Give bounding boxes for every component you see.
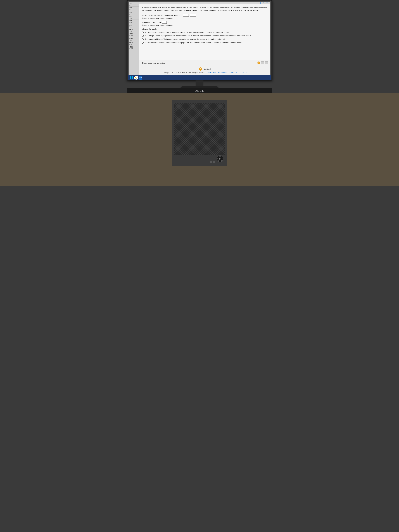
svg-point-6	[136, 77, 137, 78]
windows-icon	[130, 76, 133, 79]
next-button[interactable]: ►	[265, 62, 268, 64]
radio-group: A. With 99% confidence, it can be said t…	[142, 31, 268, 44]
question-help-link[interactable]: Question Help ▾	[260, 2, 269, 4]
footer-links: Copyright © 2021 Pearson Education Inc. …	[142, 72, 268, 74]
pearson-name: Pearson	[203, 68, 211, 70]
option-b[interactable]: B. If a large sample of people are taken…	[142, 35, 268, 37]
option-c-label: C. It can be said that 99% of people hav…	[145, 38, 225, 40]
main-content: Question Help ▾ In a random sample of 26…	[139, 2, 270, 75]
sidebar-item: 1/21 pm	[129, 2, 139, 6]
option-b-label: B. If a large sample of people are taken…	[145, 35, 252, 37]
sidebar: 1/21 pm 1/21 pm 1/21 pm 8/21 1pm 2/21 9p…	[129, 2, 139, 75]
radio-a[interactable]	[142, 32, 144, 33]
prev-button[interactable]: ◄	[261, 62, 264, 64]
screen: 1/21 pm 1/21 pm 1/21 pm 8/21 1pm 2/21 9p…	[128, 1, 271, 75]
svg-rect-3	[132, 78, 133, 79]
question-footer: Click to select your answer(s). ? ◄ ►	[139, 60, 270, 66]
interpret-label: Interpret the results.	[142, 28, 268, 30]
chrome-icon	[135, 76, 138, 79]
sidebar-item: 2/21 9pm	[129, 20, 139, 24]
sidebar-item: 8/21 1pm	[129, 15, 139, 20]
monitor-stand-neck	[196, 81, 203, 86]
option-a[interactable]: A. With 99% confidence, it can be said t…	[142, 31, 268, 33]
option-d-label: D. With 99% confidence, it can be said t…	[145, 42, 243, 44]
sidebar-item: 08/21 9pm	[129, 28, 139, 33]
sidebar-item: 08/21 0pm	[129, 37, 139, 41]
contact-link[interactable]: Contact Us	[239, 72, 247, 74]
copyright-text: Copyright © 2021 Pearson Education Inc. …	[163, 72, 205, 74]
radio-d[interactable]	[142, 42, 144, 44]
monitor-outer: 1/21 pm 1/21 pm 1/21 pm 8/21 1pm 2/21 9p…	[127, 0, 272, 81]
ci-fill-row: The confidence interval for the populati…	[142, 14, 268, 17]
ci-note: (Round to one decimal place as needed.)	[142, 17, 268, 19]
footer-sep-4: |	[238, 72, 238, 74]
question-main-text: In a random sample of 26 people, the mea…	[142, 6, 268, 12]
sidebar-item: 08/21 0pm	[129, 41, 139, 46]
sidebar-item: 08/21 59pm	[129, 46, 139, 50]
radio-b[interactable]	[142, 35, 144, 37]
question-area: In a random sample of 26 people, the mea…	[139, 4, 270, 60]
nav-buttons: ? ◄ ►	[257, 62, 268, 64]
dell-text: DELL	[195, 89, 204, 93]
monitor-stand-base	[180, 86, 219, 89]
small-buttons-row	[210, 161, 215, 163]
dell-label-area: DELL	[127, 89, 272, 93]
permissions-link[interactable]: Permissions	[229, 72, 238, 74]
tower-badge: D	[217, 155, 223, 162]
pearson-p-circle: P	[199, 67, 202, 71]
option-c[interactable]: C. It can be said that 99% of people hav…	[142, 38, 268, 40]
tower-btn-1[interactable]	[210, 161, 212, 163]
terms-link[interactable]: Terms of Use	[207, 72, 216, 74]
ci-input-1[interactable]	[183, 14, 189, 17]
radio-c[interactable]	[142, 38, 144, 40]
option-a-label: A. With 99% confidence, it can be said t…	[145, 31, 230, 33]
taskbar: W≡	[128, 75, 271, 80]
option-d[interactable]: D. With 99% confidence, it can be said t…	[142, 42, 268, 44]
ci-label: The confidence interval for the populati…	[142, 14, 182, 16]
svg-rect-2	[130, 78, 131, 79]
margin-input[interactable]	[162, 21, 167, 24]
footer-sep-3: |	[228, 72, 228, 74]
ci-input-2[interactable]	[190, 14, 196, 17]
margin-note: (Round to one decimal place as needed.)	[142, 24, 268, 26]
sidebar-item: 1/21 pm	[129, 6, 139, 11]
margin-label: The margin of error of μ is	[142, 21, 162, 23]
footer-sep-1: |	[206, 72, 206, 74]
tower-btn-2[interactable]	[213, 161, 215, 163]
ci-comma: ,	[189, 14, 190, 16]
privacy-link[interactable]: Privacy Policy	[218, 72, 228, 74]
physical-area: D	[0, 93, 399, 186]
margin-period: .	[167, 21, 168, 23]
ci-close: ).	[197, 14, 198, 16]
sidebar-item: 6/21 9pm	[129, 24, 139, 28]
pearson-footer: P Pearson Copyright © 2021 Pearson Educa…	[139, 66, 270, 75]
start-button[interactable]	[129, 76, 133, 80]
sidebar-item: 1/21 pm	[129, 11, 139, 15]
sidebar-item: 08/21 59pm	[129, 33, 139, 37]
word-button[interactable]: W≡	[139, 76, 142, 80]
chrome-button[interactable]	[134, 76, 138, 80]
footer-sep-2: |	[217, 72, 217, 74]
margin-fill-row: The margin of error of μ is .	[142, 21, 268, 24]
pearson-logo: P Pearson	[142, 67, 268, 71]
help-button[interactable]: ?	[257, 62, 260, 64]
tower: D	[172, 100, 227, 166]
top-bar: Question Help ▾	[139, 2, 270, 4]
click-hint: Click to select your answer(s).	[142, 62, 165, 64]
svg-text:D: D	[219, 158, 221, 160]
tower-mesh	[174, 103, 225, 155]
svg-rect-0	[130, 76, 131, 78]
svg-rect-1	[132, 76, 133, 78]
